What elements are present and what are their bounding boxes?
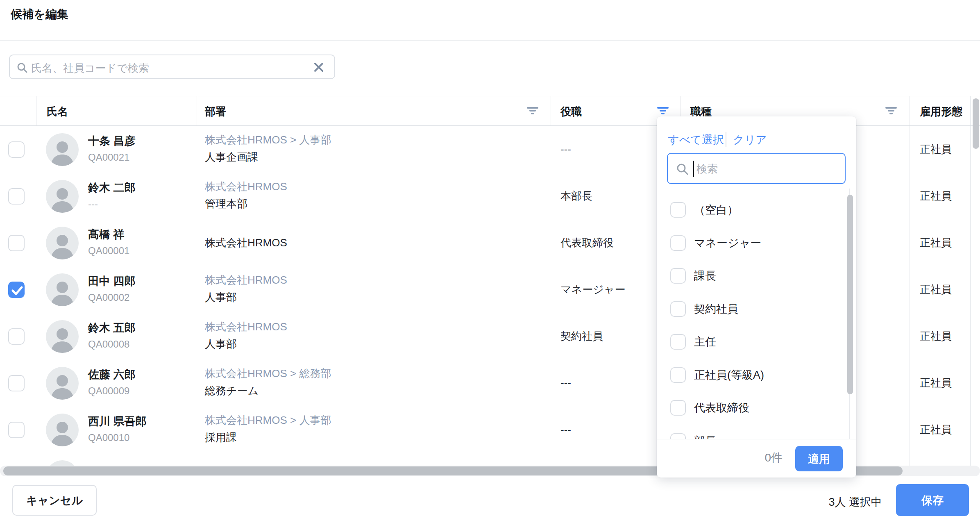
department-sub: 人事企画課	[205, 150, 258, 164]
employee-name: 鈴木 五郎	[88, 321, 136, 335]
department-sub: 採用課	[205, 430, 237, 444]
position-value: ---	[560, 376, 571, 390]
option-label: 部長	[694, 434, 716, 439]
department-path[interactable]: 株式会社HRMOS > 総務部	[205, 366, 331, 380]
employee-code: ---	[88, 198, 98, 210]
option-checkbox[interactable]	[670, 235, 686, 251]
avatar	[46, 367, 79, 400]
option-label: 主任	[694, 335, 716, 349]
option-label: 課長	[694, 269, 716, 283]
clear-link[interactable]: クリア	[733, 132, 767, 147]
option-checkbox[interactable]	[670, 202, 686, 218]
employment-column-right-border	[970, 126, 971, 466]
employee-name: 十条 昌彦	[88, 134, 136, 148]
column-header-dept: 部署	[205, 105, 226, 119]
option-checkbox[interactable]	[670, 400, 686, 416]
department-path[interactable]: 株式会社HRMOS	[205, 320, 287, 334]
selection-status: 3人 選択中	[828, 495, 882, 509]
footer-divider	[0, 479, 980, 479]
department-path[interactable]: 株式会社HRMOS	[205, 273, 287, 287]
employment-value: 正社員	[920, 142, 952, 156]
employee-code: QA00021	[88, 151, 129, 164]
filter-option[interactable]: 契約社員	[657, 293, 856, 325]
employment-value: 正社員	[920, 189, 952, 203]
avatar	[46, 460, 79, 466]
row-checkbox[interactable]	[8, 141, 25, 158]
select-all-link[interactable]: すべて選択	[668, 132, 724, 147]
avatar	[46, 180, 79, 213]
department-path[interactable]: 株式会社HRMOS	[205, 180, 287, 193]
vertical-scrollbar-thumb[interactable]	[973, 98, 979, 149]
row-checkbox[interactable]	[8, 328, 25, 345]
option-checkbox[interactable]	[670, 301, 686, 317]
department-path[interactable]: 株式会社HRMOS > 人事部	[205, 413, 331, 427]
employment-column-left-border	[910, 126, 910, 466]
search-placeholder: 氏名、社員コードで検索	[31, 61, 149, 75]
page-title: 候補を編集	[11, 7, 68, 22]
avatar	[46, 133, 79, 166]
apply-button[interactable]: 適用	[795, 446, 843, 471]
filter-option[interactable]: （空白）	[657, 193, 856, 226]
department-sub: 管理本部	[205, 197, 247, 211]
department: 株式会社HRMOS	[205, 236, 287, 250]
clear-search-icon[interactable]	[313, 61, 324, 73]
position-value: 代表取締役	[560, 236, 614, 250]
filter-option[interactable]: マネージャー	[657, 227, 856, 259]
text-cursor	[693, 161, 694, 177]
filter-option[interactable]: 正社員(等級A)	[657, 359, 856, 391]
row-checkbox[interactable]	[8, 375, 25, 391]
option-checkbox[interactable]	[670, 334, 686, 350]
jobtype-filter-icon[interactable]	[885, 107, 897, 114]
filter-option[interactable]: 課長	[657, 259, 856, 292]
avatar	[46, 273, 79, 306]
filter-option[interactable]: 代表取締役	[657, 391, 856, 424]
employee-code: QA00002	[88, 291, 129, 304]
department-path[interactable]: 株式会社HRMOS > 人事部	[205, 133, 331, 147]
link-divider	[726, 132, 726, 147]
dept-filter-icon[interactable]	[527, 107, 538, 114]
position-value: 本部長	[560, 189, 592, 203]
filter-option[interactable]: 部長	[657, 425, 856, 439]
employee-code: QA00001	[88, 245, 129, 257]
employee-name: 鈴木 二郎	[88, 181, 136, 195]
filter-search-placeholder: 検索	[696, 162, 718, 176]
filter-search-input[interactable]: 検索	[667, 153, 846, 184]
option-checkbox[interactable]	[670, 433, 686, 439]
search-icon	[16, 62, 28, 75]
position-filter-dropdown: すべて選択 クリア 検索 （空白）マネージャー課長契約社員主任正社員(等級A)代…	[657, 116, 856, 477]
row-checkbox[interactable]	[8, 235, 25, 251]
save-button[interactable]: 保存	[896, 484, 969, 516]
position-value: ---	[560, 142, 571, 156]
employment-value: 正社員	[920, 423, 952, 437]
option-checkbox[interactable]	[670, 367, 686, 383]
option-label: 正社員(等級A)	[694, 368, 764, 382]
avatar	[46, 227, 79, 259]
filter-footer: 0件 適用	[657, 439, 856, 478]
selected-count: 0件	[764, 450, 783, 466]
column-header-position: 役職	[560, 105, 582, 119]
employment-value: 正社員	[920, 282, 952, 296]
cancel-button[interactable]: キャンセル	[12, 485, 97, 516]
employee-code: QA00009	[88, 385, 129, 397]
filter-option[interactable]: 主任	[657, 325, 856, 358]
option-checkbox[interactable]	[670, 268, 686, 284]
employment-value: 正社員	[920, 376, 952, 390]
column-header-employment: 雇用形態	[920, 105, 962, 119]
position-filter-icon[interactable]	[657, 107, 669, 114]
avatar	[46, 414, 79, 446]
position-value: ---	[560, 423, 571, 437]
search-input[interactable]: 氏名、社員コードで検索	[9, 55, 335, 79]
row-checkbox[interactable]	[8, 422, 25, 438]
row-checkbox[interactable]	[8, 188, 25, 205]
list-scrollbar-thumb[interactable]	[847, 195, 853, 394]
filter-option-list: （空白）マネージャー課長契約社員主任正社員(等級A)代表取締役部長	[657, 189, 856, 439]
row-checkbox[interactable]	[8, 282, 25, 298]
employee-name: 佐藤 六郎	[88, 368, 136, 382]
employment-value: 正社員	[920, 236, 952, 250]
column-header-name: 氏名	[47, 105, 68, 119]
employment-value: 正社員	[920, 329, 952, 343]
option-label: マネージャー	[694, 236, 762, 250]
vertical-scrollbar-track	[973, 97, 979, 466]
department-sub: 人事部	[205, 290, 237, 304]
position-value: 契約社員	[560, 329, 603, 343]
